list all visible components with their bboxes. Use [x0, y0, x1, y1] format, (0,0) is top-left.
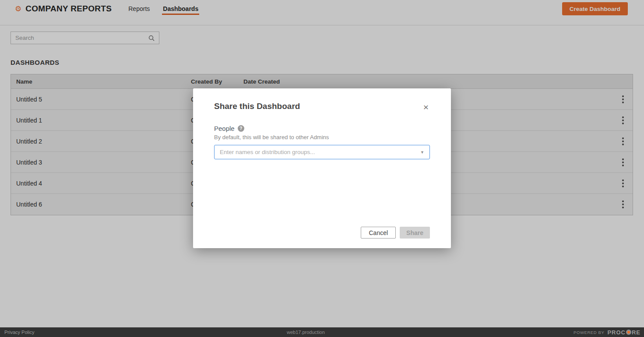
people-input[interactable] — [220, 149, 417, 155]
share-button[interactable]: Share — [400, 227, 430, 239]
chevron-down-icon[interactable]: ▼ — [420, 150, 424, 154]
procore-logo-text-pre: PROC — [607, 329, 626, 336]
share-default-note: By default, this will be shared to other… — [214, 134, 430, 140]
modal-title: Share this Dashboard — [214, 102, 300, 111]
close-icon[interactable]: × — [422, 102, 430, 112]
powered-by-label: POWERED BY — [574, 330, 604, 335]
procore-logo-text-post: RE — [632, 329, 640, 336]
people-select[interactable]: ▼ — [214, 145, 430, 159]
cancel-button[interactable]: Cancel — [361, 227, 396, 239]
environment-label: web17.production — [287, 330, 325, 335]
privacy-policy-link[interactable]: Privacy Policy — [4, 330, 34, 335]
people-label: People — [214, 125, 235, 132]
help-icon[interactable]: ? — [238, 125, 244, 132]
procore-logo-o-icon — [626, 330, 631, 335]
share-dashboard-modal: Share this Dashboard × People ? By defau… — [193, 88, 451, 248]
procore-logo: PROC RE — [607, 329, 640, 336]
app-footer: Privacy Policy web17.production POWERED … — [0, 327, 644, 337]
